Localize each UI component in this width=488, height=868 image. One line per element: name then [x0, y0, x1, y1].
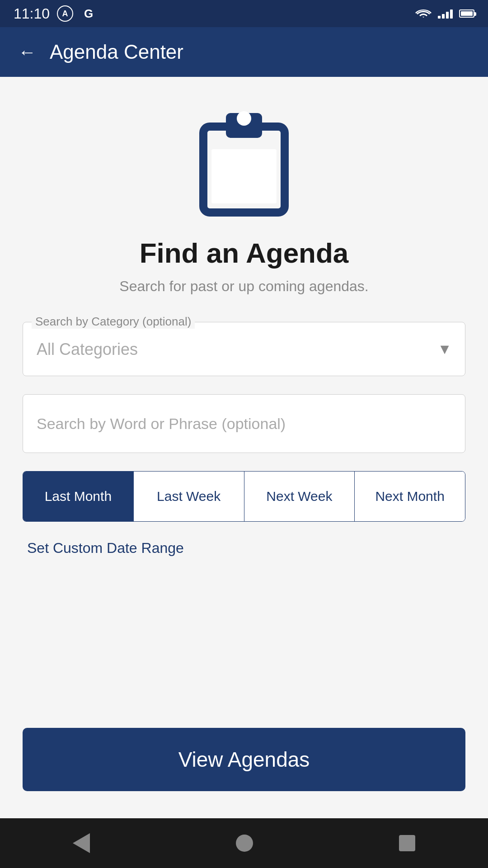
last-week-button[interactable]: Last Week [134, 472, 244, 521]
date-range-buttons: Last Month Last Week Next Week Next Mont… [23, 471, 465, 522]
search-input[interactable] [23, 394, 465, 453]
svg-rect-3 [211, 149, 277, 203]
app-icon-g: G [80, 5, 97, 22]
nav-recents-button[interactable] [394, 830, 420, 856]
app-icon-a: A [57, 5, 73, 22]
battery-icon [459, 9, 474, 18]
nav-home-icon [236, 835, 253, 852]
date-range-container: Last Month Last Week Next Week Next Mont… [23, 471, 465, 561]
custom-date-range-button[interactable]: Set Custom Date Range [23, 535, 188, 561]
clipboard-icon [194, 104, 294, 219]
last-month-button[interactable]: Last Month [23, 472, 134, 521]
back-button[interactable]: ← [18, 43, 36, 61]
nav-back-icon [73, 833, 90, 853]
app-header-title: Agenda Center [50, 41, 183, 63]
status-bar: 11:10 A G [0, 0, 488, 27]
svg-point-2 [237, 111, 251, 126]
view-agendas-button[interactable]: View Agendas [23, 728, 465, 791]
signal-icon [438, 9, 453, 19]
nav-bar [0, 818, 488, 868]
category-dropdown[interactable]: All Categories [23, 322, 465, 376]
nav-back-button[interactable] [68, 829, 94, 858]
category-dropdown-wrapper: Search by Category (optional) All Catego… [23, 322, 465, 376]
status-icons [415, 8, 474, 19]
search-input-wrapper [23, 394, 465, 453]
category-dropdown-label: Search by Category (optional) [32, 315, 195, 329]
app-header: ← Agenda Center [0, 27, 488, 77]
nav-home-button[interactable] [231, 830, 258, 856]
next-week-button[interactable]: Next Week [244, 472, 355, 521]
status-time: 11:10 [14, 5, 50, 22]
wifi-icon [415, 8, 432, 19]
page-title: Find an Agenda [140, 237, 349, 269]
main-content: Find an Agenda Search for past or up com… [0, 77, 488, 818]
page-subtitle: Search for past or up coming agendas. [119, 278, 368, 295]
next-month-button[interactable]: Next Month [355, 472, 465, 521]
nav-recents-icon [399, 835, 415, 851]
